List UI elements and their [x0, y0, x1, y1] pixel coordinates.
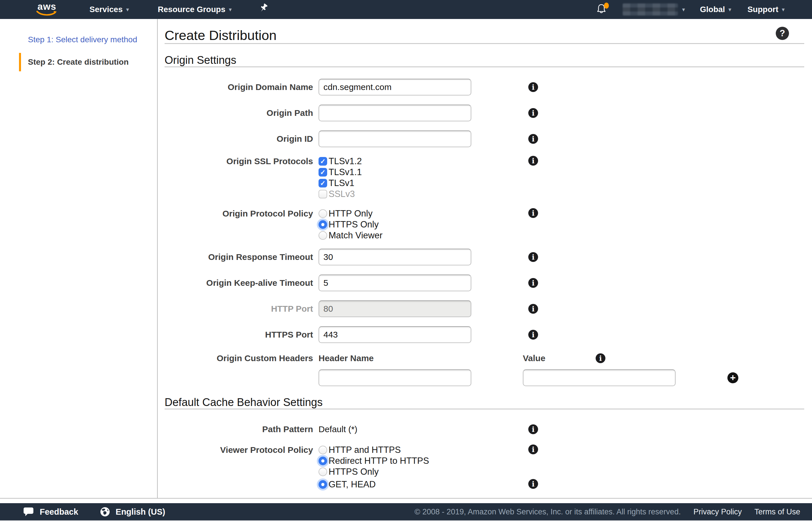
- language-selector[interactable]: English (US): [100, 506, 165, 517]
- notifications-button[interactable]: [596, 3, 608, 16]
- info-icon[interactable]: [528, 108, 538, 118]
- info-icon[interactable]: [528, 252, 538, 262]
- chevron-down-icon: ▾: [728, 6, 731, 13]
- info-icon[interactable]: [528, 424, 538, 434]
- origin-response-timeout-label: Origin Response Timeout: [164, 252, 313, 262]
- radio-selected-icon[interactable]: [319, 480, 327, 489]
- add-custom-header-button[interactable]: [727, 372, 738, 383]
- radio-selected-icon[interactable]: [319, 457, 327, 465]
- aws-smile-icon: [36, 10, 58, 16]
- http-port-row: HTTP Port: [164, 300, 804, 317]
- origin-keep-alive-timeout-input[interactable]: [319, 275, 471, 291]
- allowed-http-methods-options: GET, HEAD: [319, 479, 523, 490]
- nav-resource-groups-label: Resource Groups: [158, 5, 225, 14]
- header-name-column-label: Header Name: [319, 354, 523, 363]
- info-icon[interactable]: [528, 445, 538, 454]
- checkbox-checked-icon[interactable]: [319, 168, 327, 177]
- feedback-button[interactable]: Feedback: [23, 506, 78, 517]
- sidebar-step-1[interactable]: Step 1: Select delivery method: [28, 35, 157, 44]
- origin-custom-headers-label: Origin Custom Headers: [164, 354, 313, 363]
- sidebar-step-2-active[interactable]: Step 2: Create distribution: [19, 53, 157, 71]
- origin-id-input[interactable]: [319, 131, 471, 147]
- nav-services[interactable]: Services ▾: [89, 5, 129, 14]
- radio-unselected-icon[interactable]: [319, 231, 327, 240]
- viewer-protocol-policy-label: Viewer Protocol Policy: [164, 445, 313, 455]
- origin-custom-headers-input-row: [164, 369, 804, 386]
- viewer-protocol-policy-options: HTTP and HTTPS Redirect HTTP to HTTPS HT…: [319, 445, 523, 477]
- checkbox-checked-icon[interactable]: [319, 157, 327, 166]
- radio-option: HTTP Only: [319, 208, 523, 219]
- origin-domain-name-input[interactable]: [319, 79, 471, 95]
- app-root: aws Services ▾ Resource Groups ▾: [0, 0, 812, 520]
- checkbox-label: TLSv1: [329, 178, 354, 188]
- nav-right-group: ▾ Global ▾ Support ▾: [596, 3, 785, 16]
- info-icon[interactable]: [528, 134, 538, 144]
- radio-label: GET, HEAD: [329, 479, 376, 490]
- aws-logo-text: aws: [38, 3, 56, 10]
- chevron-down-icon: ▾: [782, 6, 785, 13]
- origin-response-timeout-row: Origin Response Timeout: [164, 249, 804, 265]
- origin-ssl-protocols-label: Origin SSL Protocols: [164, 156, 313, 166]
- origin-ssl-protocols-options: TLSv1.2 TLSv1.1 TLSv1 SSLv3: [319, 156, 523, 200]
- top-nav: aws Services ▾ Resource Groups ▾: [0, 0, 812, 19]
- info-icon[interactable]: [528, 278, 538, 288]
- origin-custom-headers-header-row: Origin Custom Headers Header Name Value: [164, 354, 804, 363]
- radio-unselected-icon[interactable]: [319, 446, 327, 454]
- language-label: English (US): [116, 507, 165, 517]
- footer: Feedback English (US) © 2008 - 2019, Ama…: [0, 503, 812, 520]
- radio-label: Redirect HTTP to HTTPS: [329, 456, 429, 466]
- origin-keep-alive-timeout-label: Origin Keep-alive Timeout: [164, 278, 313, 288]
- radio-label: HTTPS Only: [329, 467, 379, 477]
- radio-option: HTTPS Only: [319, 467, 523, 477]
- info-icon[interactable]: [528, 330, 538, 340]
- allowed-http-methods-row-clipped: GET, HEAD: [164, 479, 804, 490]
- origin-id-row: Origin ID: [164, 131, 804, 147]
- region-selector[interactable]: Global ▾: [700, 5, 731, 14]
- radio-option: HTTPS Only: [319, 219, 523, 230]
- checkbox-option: TLSv1.1: [319, 167, 523, 178]
- origin-domain-name-label: Origin Domain Name: [164, 82, 313, 92]
- user-menu-redacted[interactable]: [623, 3, 678, 16]
- help-button[interactable]: [776, 27, 789, 40]
- origin-id-label: Origin ID: [164, 134, 313, 144]
- divider: [164, 66, 804, 67]
- checkbox-option: TLSv1.2: [319, 156, 523, 167]
- info-icon[interactable]: [528, 82, 538, 92]
- checkbox-checked-icon[interactable]: [319, 179, 327, 187]
- https-port-input[interactable]: [319, 326, 471, 343]
- aws-logo[interactable]: aws: [36, 3, 59, 16]
- origin-response-timeout-input[interactable]: [319, 249, 471, 265]
- support-menu[interactable]: Support ▾: [748, 5, 785, 14]
- radio-option: HTTP and HTTPS: [319, 445, 523, 455]
- radio-selected-icon[interactable]: [319, 220, 327, 229]
- radio-unselected-icon[interactable]: [319, 468, 327, 476]
- info-icon[interactable]: [596, 354, 606, 363]
- nav-services-label: Services: [89, 5, 123, 14]
- checkbox-unchecked-icon[interactable]: [319, 190, 327, 198]
- custom-header-value-input[interactable]: [523, 369, 676, 386]
- pin-shortcut-button[interactable]: [258, 3, 269, 16]
- origin-path-input[interactable]: [319, 105, 471, 121]
- https-port-label: HTTPS Port: [164, 330, 313, 340]
- privacy-policy-link[interactable]: Privacy Policy: [694, 507, 742, 516]
- chevron-down-icon[interactable]: ▾: [682, 6, 685, 13]
- create-distribution-form: Create Distribution Origin Settings Orig…: [158, 19, 812, 498]
- terms-of-use-link[interactable]: Terms of Use: [754, 507, 800, 516]
- spacer: [0, 499, 812, 503]
- info-icon[interactable]: [528, 156, 538, 166]
- path-pattern-value: Default (*): [319, 424, 523, 434]
- custom-header-name-input[interactable]: [319, 369, 471, 386]
- radio-label: HTTPS Only: [329, 219, 379, 230]
- info-icon[interactable]: [528, 479, 538, 489]
- info-icon[interactable]: [528, 208, 538, 218]
- origin-domain-name-row: Origin Domain Name: [164, 79, 804, 95]
- divider: [164, 43, 804, 44]
- main-area: Step 1: Select delivery method Step 2: C…: [0, 19, 812, 499]
- radio-unselected-icon[interactable]: [319, 209, 327, 218]
- info-icon[interactable]: [528, 304, 538, 314]
- radio-label: Match Viewer: [329, 230, 382, 241]
- nav-resource-groups[interactable]: Resource Groups ▾: [158, 5, 232, 14]
- origin-protocol-policy-options: HTTP Only HTTPS Only Match Viewer: [319, 208, 523, 241]
- origin-path-label: Origin Path: [164, 108, 313, 118]
- checkbox-option: SSLv3: [319, 189, 523, 200]
